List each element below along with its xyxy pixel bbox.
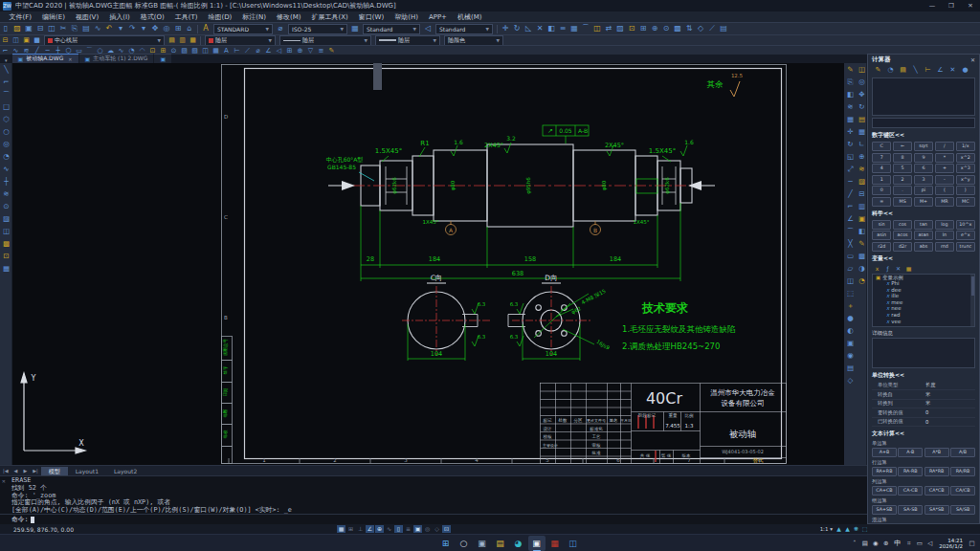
autoscale-toggle-icon[interactable]: ◇ bbox=[433, 525, 441, 533]
calc-key-([interactable]: ( bbox=[935, 186, 954, 195]
taskbar-clock[interactable]: 14:21 2026/1/2 bbox=[939, 538, 963, 550]
app-red-icon[interactable]: ▦ bbox=[546, 536, 564, 551]
minimize-button[interactable]: — bbox=[923, 0, 942, 11]
rotate-icon[interactable]: ↻ bbox=[511, 23, 523, 34]
calc-key-1/x[interactable]: 1/x bbox=[956, 142, 975, 151]
tray-shield-icon[interactable]: ▤ bbox=[859, 540, 870, 547]
hatch-draw-icon[interactable]: ▨ bbox=[0, 212, 12, 225]
ortho-toggle-icon[interactable]: ⊥ bbox=[356, 525, 365, 533]
calc-edit-icon[interactable]: ✎ bbox=[872, 64, 884, 76]
region-icon[interactable]: ▩ bbox=[672, 23, 683, 34]
insert-block-icon[interactable]: ⊞ bbox=[637, 23, 649, 34]
rect-tool-icon[interactable]: □ bbox=[0, 100, 12, 113]
calc-key-MC[interactable]: MC bbox=[956, 197, 975, 207]
hatch-icon[interactable]: ▨ bbox=[614, 23, 626, 34]
spline-tool-icon[interactable]: ∿ bbox=[0, 163, 12, 175]
ellipse-tool-icon[interactable]: ◔ bbox=[0, 150, 12, 163]
wipeout-icon[interactable]: ▩ bbox=[0, 237, 12, 250]
unit-row-2[interactable]: 转换到米 bbox=[872, 400, 975, 409]
mline-icon[interactable]: ≋ bbox=[0, 187, 12, 200]
text-style-select[interactable]: STANDARD▼ bbox=[213, 24, 273, 34]
pline-icon[interactable]: ⌐ bbox=[0, 76, 12, 88]
text-style-icon[interactable]: A bbox=[200, 23, 212, 34]
osnap-toggle-icon[interactable]: ⊕ bbox=[375, 525, 384, 533]
calc-key-+[interactable]: + bbox=[935, 164, 954, 173]
dyn-toggle-icon[interactable]: ▯ bbox=[394, 525, 403, 533]
trim-icon[interactable]: ◺ bbox=[523, 23, 534, 34]
annotation-scale[interactable]: 1:1 ▾ bbox=[820, 526, 833, 532]
annotation-toggle-icon[interactable]: ◎ bbox=[423, 525, 432, 533]
calc-key--[interactable]: - bbox=[935, 175, 954, 185]
undo-drop-icon[interactable]: ▾ bbox=[115, 23, 126, 34]
align-icon[interactable]: ⇅ bbox=[683, 23, 695, 34]
calc-key-x^3[interactable]: x^3 bbox=[956, 164, 975, 173]
calc-key-0[interactable]: 0 bbox=[872, 186, 891, 195]
cut-icon[interactable]: ✂ bbox=[57, 23, 69, 34]
menu-item-4[interactable]: 格式(O) bbox=[135, 12, 169, 22]
mleader-style-select[interactable]: Standard▼ bbox=[435, 24, 493, 34]
calc-key-/[interactable]: / bbox=[935, 142, 954, 151]
calc-key-atan[interactable]: atan bbox=[914, 231, 933, 240]
offset-icon[interactable]: ≡ bbox=[557, 23, 568, 34]
new-tab-button[interactable]: ▣ bbox=[154, 54, 171, 63]
tray-expand-icon[interactable]: ˄ bbox=[849, 540, 859, 547]
menu-item-6[interactable]: 绘图(D) bbox=[203, 12, 237, 22]
start-button-icon[interactable]: ⊞ bbox=[437, 536, 455, 551]
search-taskbar-icon[interactable]: ○ bbox=[456, 536, 473, 551]
command-window[interactable]: ✕ ERASE找到 52 个命令: '_zoom指定窗口的角点, 输入比例因子 … bbox=[0, 475, 867, 524]
calc-key-8[interactable]: 8 bbox=[893, 153, 912, 163]
layout-tab-Layout1[interactable]: Layout1 bbox=[68, 467, 106, 475]
menu-item-8[interactable]: 修改(M) bbox=[271, 12, 306, 22]
menu-item-0[interactable]: 文件(F) bbox=[4, 12, 37, 22]
calc-key-C[interactable]: C bbox=[872, 142, 891, 151]
variable-rad[interactable]: xrad bbox=[873, 312, 974, 319]
calc-key-9[interactable]: 9 bbox=[914, 153, 933, 163]
calc-key-CA/CB[interactable]: CA/CB bbox=[950, 486, 975, 496]
block-icon[interactable]: ⊡ bbox=[626, 23, 637, 34]
calc-paste-icon[interactable]: ▤ bbox=[897, 64, 909, 76]
variable-ille[interactable]: xille bbox=[873, 293, 974, 299]
calc-key-sin[interactable]: sin bbox=[872, 220, 891, 230]
variable-vee[interactable]: xvee bbox=[873, 319, 974, 325]
calc-key-e^x[interactable]: e^x bbox=[956, 231, 975, 240]
calc-key-cos[interactable]: cos bbox=[893, 220, 912, 230]
tray-update-icon[interactable]: ⊕ bbox=[880, 540, 891, 547]
properties-icon[interactable]: ▤ bbox=[718, 23, 729, 34]
attach-icon[interactable]: ⊕ bbox=[649, 23, 660, 34]
calc-key-rnd[interactable]: rnd bbox=[935, 242, 954, 252]
command-prompt[interactable]: 命令: bbox=[11, 515, 29, 524]
unit-row-1[interactable]: 转换自米 bbox=[872, 390, 975, 400]
menu-item-13[interactable]: 机械(M) bbox=[453, 12, 488, 22]
calc-key-x^y[interactable]: x^y bbox=[956, 175, 975, 185]
calc-key-5[interactable]: 5 bbox=[893, 164, 912, 173]
calc-key-RA*RB[interactable]: RA*RB bbox=[924, 467, 949, 476]
xline-icon[interactable]: ┼ bbox=[0, 175, 12, 187]
layout-nav-2[interactable]: ▶ bbox=[20, 468, 30, 474]
variables-tree[interactable]: ▣ 变量示例xPhixdeexillexmeexneexradxvee bbox=[872, 274, 975, 327]
document-tab-1[interactable]: ▣主动车轮 (1) 2.DWG bbox=[79, 54, 154, 63]
calc-key-sqrt[interactable]: sqrt bbox=[914, 142, 933, 151]
calc-key-A*B[interactable]: A*B bbox=[924, 448, 949, 457]
table-style-select[interactable]: Standard▼ bbox=[363, 24, 420, 34]
calc-key-RA/RB[interactable]: RA/RB bbox=[950, 467, 975, 476]
calc-key-abs[interactable]: abs bbox=[914, 242, 933, 252]
calc-key-log[interactable]: log bbox=[935, 220, 954, 230]
calculator-close-icon[interactable]: ✕ bbox=[970, 56, 975, 63]
task-view-icon[interactable]: ▣ bbox=[474, 536, 491, 551]
calculator-history[interactable] bbox=[872, 77, 975, 116]
tray-volume-icon[interactable]: ◁ bbox=[924, 540, 935, 547]
calc-key-2[interactable]: 2 bbox=[893, 175, 912, 185]
table-style-icon[interactable]: ▦ bbox=[349, 23, 361, 34]
new-file-icon[interactable]: ▯ bbox=[0, 23, 11, 34]
undo-icon[interactable]: ↶ bbox=[103, 23, 115, 34]
cad-drawing[interactable]: 1.5X45°R11.62X45°3.22X45°1.61.5X45°中心孔60… bbox=[12, 63, 844, 465]
calc-key-CA*CB[interactable]: CA*CB bbox=[924, 486, 949, 496]
tree-scrollbar[interactable] bbox=[970, 275, 974, 326]
model-toggle-icon[interactable]: ▣ bbox=[413, 525, 422, 533]
variable-tree-root[interactable]: ▣ 变量示例 bbox=[873, 275, 974, 281]
notifications-icon[interactable]: □ bbox=[967, 540, 977, 547]
calc-key-CA+CB[interactable]: CA+CB bbox=[872, 486, 897, 496]
tray-onedrive-icon[interactable]: ◉ bbox=[870, 540, 880, 547]
calc-key-RA-RB[interactable]: RA-RB bbox=[898, 467, 923, 476]
pan-icon[interactable]: ✥ bbox=[149, 23, 161, 34]
